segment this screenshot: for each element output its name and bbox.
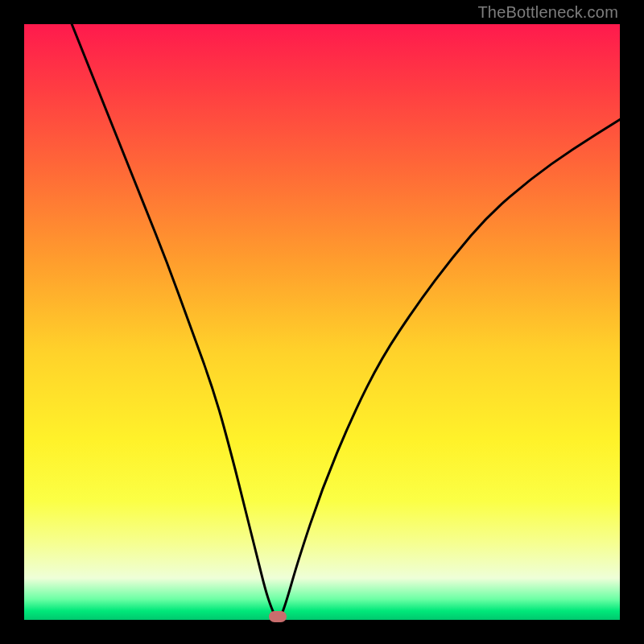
curve-path (72, 24, 620, 618)
bottleneck-curve (24, 24, 620, 620)
watermark-text: TheBottleneck.com (477, 3, 618, 22)
chart-frame: TheBottleneck.com (0, 0, 644, 644)
min-marker (269, 611, 287, 622)
